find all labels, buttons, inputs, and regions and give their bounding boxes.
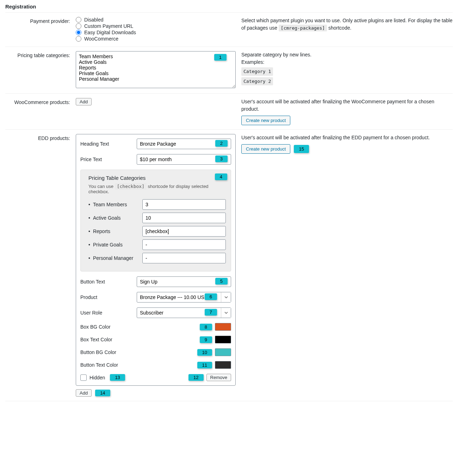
annotation-badge-2: 2 [215, 140, 228, 147]
edd-categories-hint: You can use [checkbox] shortcode for dis… [86, 184, 226, 194]
annotation-badge-3: 3 [215, 155, 228, 162]
row-pricing-categories: Pricing table categories: 1 Separate cat… [5, 47, 453, 94]
woocommerce-add-button[interactable]: Add [76, 98, 92, 105]
box-text-color-swatch[interactable] [215, 336, 231, 343]
edd-create-product-button[interactable]: Create new product [241, 144, 290, 154]
edd-button-text-row: Button Text 5 [80, 276, 231, 287]
category-row: • Active Goals [86, 213, 226, 223]
button-bg-color-swatch[interactable] [215, 348, 231, 356]
radio-edd-input[interactable] [76, 30, 81, 35]
annotation-badge-15: 15 [294, 145, 309, 153]
annotation-badge-8: 8 [200, 324, 212, 330]
edd-hidden-row: Hidden 13 12 Remove [80, 374, 231, 381]
payment-provider-radio-group: Disabled Custom Payment URL Easy Digital… [76, 17, 236, 42]
edd-hidden-checkbox[interactable] [80, 374, 87, 381]
category-row: • Team Members [86, 199, 226, 210]
category-row: • Private Goals [86, 239, 226, 250]
row-woocommerce-products: WooCommerce products: Add User's account… [5, 94, 453, 130]
category-value-input[interactable] [142, 253, 226, 263]
annotation-badge-9: 9 [200, 336, 212, 343]
edd-heading-text-row: Heading Text 2 [80, 139, 231, 149]
woocommerce-desc: User's account will be activated after f… [241, 98, 453, 125]
edd-products-label: EDD products: [5, 134, 76, 397]
radio-disabled[interactable]: Disabled [76, 17, 236, 23]
annotation-badge-4: 4 [215, 173, 227, 180]
annotation-badge-6: 6 [205, 293, 217, 300]
edd-button-bg-color-row: Button BG Color 10 [80, 348, 231, 356]
pricing-categories-label: Pricing table categories: [5, 51, 76, 89]
row-payment-provider: Payment provider: Disabled Custom Paymen… [5, 13, 453, 47]
radio-edd[interactable]: Easy Digital Downloads [76, 30, 236, 35]
edd-desc: User's account will be activated after f… [241, 134, 453, 397]
category-value-input[interactable] [142, 213, 226, 223]
pricing-categories-desc: Separate category by new lines. Examples… [241, 51, 453, 89]
radio-custom-url-input[interactable] [76, 23, 81, 29]
shortcode-code: [cmreg-packages] [279, 25, 327, 31]
edd-hidden-label: Hidden [89, 375, 105, 380]
annotation-badge-13: 13 [110, 374, 125, 381]
edd-remove-button[interactable]: Remove [206, 374, 231, 381]
payment-provider-desc: Select which payment plugin you want to … [241, 17, 453, 42]
category-value-input[interactable] [142, 199, 226, 210]
pricing-categories-textarea[interactable] [76, 51, 236, 88]
edd-box-text-color-row: Box Text Color 9 [80, 336, 231, 343]
annotation-badge-10: 10 [197, 349, 212, 356]
edd-product-box: Heading Text 2 Price Text 3 4 Pricing Ta… [76, 134, 236, 386]
radio-custom-url[interactable]: Custom Payment URL [76, 23, 236, 29]
edd-categories-title: Pricing Table Categories [86, 175, 226, 181]
edd-price-text-row: Price Text 3 [80, 154, 231, 165]
payment-provider-label: Payment provider: [5, 17, 76, 42]
annotation-badge-14: 14 [95, 390, 110, 396]
annotation-badge-7: 7 [205, 309, 217, 316]
category-value-input[interactable] [142, 239, 226, 250]
edd-user-role-row: User Role Subscriber 7 [80, 307, 231, 318]
radio-woocommerce[interactable]: WooCommerce [76, 36, 236, 42]
category-row: • Personal Manager [86, 253, 226, 263]
radio-woocommerce-input[interactable] [76, 36, 81, 42]
row-edd-products: EDD products: Heading Text 2 Price Text … [5, 130, 453, 401]
button-text-color-swatch[interactable] [215, 361, 231, 369]
edd-button-text-color-row: Button Text Color 11 [80, 361, 231, 369]
annotation-badge-5: 5 [215, 278, 228, 285]
category-value-input[interactable] [142, 226, 226, 237]
edd-add-button[interactable]: Add [76, 389, 92, 397]
edd-product-select-row: Product Bronze Package --- 10.00 USD 6 [80, 292, 231, 303]
box-bg-color-swatch[interactable] [215, 323, 231, 331]
woocommerce-products-label: WooCommerce products: [5, 98, 76, 125]
edd-box-bg-color-row: Box BG Color 8 [80, 323, 231, 331]
annotation-badge-11: 11 [197, 362, 212, 368]
annotation-badge-12: 12 [188, 374, 203, 381]
edd-categories-box: 4 Pricing Table Categories You can use [… [80, 170, 231, 271]
annotation-badge-1: 1 [214, 54, 227, 61]
category-row: • Reports [86, 226, 226, 237]
section-title: Registration [5, 4, 453, 10]
woocommerce-create-product-button[interactable]: Create new product [241, 116, 290, 125]
radio-disabled-input[interactable] [76, 17, 81, 23]
